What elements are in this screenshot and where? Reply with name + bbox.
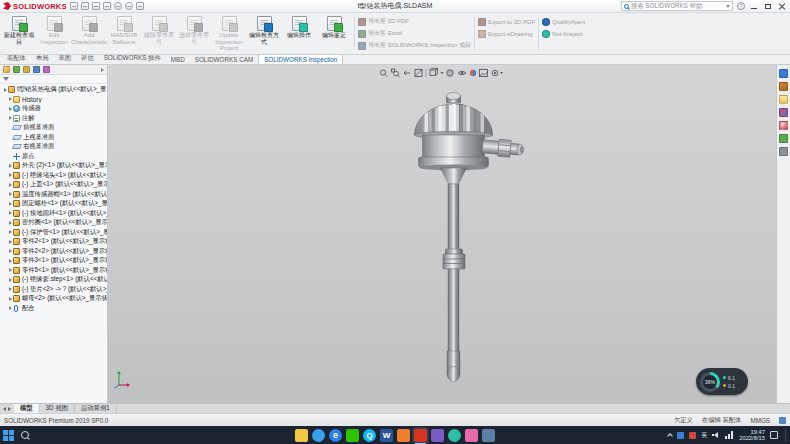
remove-balloons-button[interactable]: 移除零件序号 [142,14,176,53]
network-icon[interactable] [725,431,734,439]
tab-mbd[interactable]: MBD [166,55,190,64]
tree-item-right-plane[interactable]: 右视基准面 [2,142,107,152]
export-edrawing-item[interactable]: Export eDrawing [478,29,535,38]
tag-icon[interactable] [779,417,786,424]
export-excel-item[interactable]: 导出至 Excel [358,29,471,38]
forum-icon[interactable] [779,147,788,156]
volume-icon[interactable] [712,432,720,439]
search-dropdown-icon[interactable] [726,5,730,8]
home-icon[interactable] [779,69,788,78]
edge-icon[interactable] [329,429,342,442]
wechat-icon[interactable] [346,429,359,442]
tree-item-top-plane[interactable]: 上视基准面 [2,133,107,143]
new-document-icon[interactable] [70,2,78,10]
appearances-icon[interactable] [779,121,788,130]
expand-arrow-icon[interactable] [9,97,12,101]
qualityxpert-item[interactable]: QualityXpert [542,17,585,26]
close-icon[interactable] [777,2,787,11]
edit-qualification-button[interactable]: 编辑鉴定 [317,14,351,53]
browser-icon[interactable] [312,429,325,442]
help-search-input[interactable]: 搜索 SOLIDWORKS 帮助 [621,1,733,11]
tree-item-component[interactable]: 零件2<2> (默认<<默认>_显示状态>) [2,247,107,257]
tree-item-history[interactable]: History [2,95,107,105]
design-library-icon[interactable] [779,82,788,91]
app-icon[interactable] [465,429,478,442]
qq-icon[interactable] [363,429,376,442]
solidworks-taskbar-icon[interactable] [414,429,427,442]
tray-app-icon[interactable] [677,432,684,439]
expand-arrow-icon[interactable] [9,164,12,168]
tray-app-icon[interactable] [689,432,696,439]
file-explorer-icon[interactable] [295,429,308,442]
tree-item-component[interactable]: 螺母<2> (默认<<默认>_显示状态>) [2,294,107,304]
dimxpert-manager-icon[interactable] [33,66,40,73]
expand-arrow-icon[interactable] [9,211,12,215]
export-sw-inspection-item[interactable]: 导出至 SOLIDWORKS Inspection 项目 [358,41,471,50]
save-icon[interactable] [92,2,100,10]
model-tab[interactable]: 模型 [14,404,40,413]
graphics-viewport[interactable]: 36% 6.1 0.1 [108,65,776,403]
taskbar-clock[interactable]: 19:47 2022/8/15 [739,429,765,442]
heads-up-toolbar[interactable] [378,67,506,79]
scroll-tabs-left-icon[interactable] [3,407,6,411]
property-manager-icon[interactable] [13,66,20,73]
rebuild-icon[interactable] [125,2,133,10]
tab-inspection[interactable]: SOLIDWORKS Inspection [258,54,343,64]
tree-item-annotations[interactable]: 注解 [2,114,107,124]
notification-center-icon[interactable] [770,431,778,439]
expand-arrow-icon[interactable] [9,259,12,263]
net-inspect-item[interactable]: Net-Inspect [542,29,585,38]
update-inspection-project-button[interactable]: Update Inspection Project [212,14,246,53]
tree-item-mates[interactable]: 配合 [2,304,107,314]
expand-arrow-icon[interactable] [9,107,12,111]
start-button[interactable] [3,430,14,441]
tab-layout[interactable]: 布局 [31,53,54,64]
edit-inspection-method-button[interactable]: 编辑检查方式 [247,14,281,53]
expand-arrow-icon[interactable] [9,287,12,291]
expand-arrow-icon[interactable] [4,88,7,92]
open-document-icon[interactable] [81,2,89,10]
help-icon[interactable]: ? [737,2,745,10]
unit-system[interactable]: MMGS [750,417,770,424]
tab-addins[interactable]: SOLIDWORKS 插件 [99,53,166,64]
panel-expand-icon[interactable] [101,68,104,72]
tray-expand-icon[interactable] [667,433,673,439]
expand-arrow-icon[interactable] [9,306,12,310]
print-icon[interactable] [103,2,111,10]
expand-arrow-icon[interactable] [9,173,12,177]
tree-item-component[interactable]: (-) 上盖<1> (默认<<默认>_显示状态>) [2,180,107,190]
tab-evaluate[interactable]: 评估 [76,53,99,64]
undo-icon[interactable] [114,2,122,10]
expand-arrow-icon[interactable] [9,221,12,225]
tree-item-component[interactable]: 零件3<1> (默认<<默认>_显示状态>) [2,256,107,266]
expand-arrow-icon[interactable] [9,116,12,120]
tree-item-component[interactable]: (-) 垫片<2> -> ? (默认<<默认>_显示状态>) [2,285,107,295]
taskbar-search-icon[interactable] [21,431,29,439]
view-palette-icon[interactable] [779,108,788,117]
3d-model[interactable] [108,65,776,403]
tab-assembly[interactable]: 装配体 [2,53,31,64]
maximize-icon[interactable] [763,2,773,11]
app-icon[interactable] [482,429,495,442]
edit-operation-button[interactable]: 编辑操作 [282,14,316,53]
expand-arrow-icon[interactable] [9,202,12,206]
select-balloons-button[interactable]: 选择零件序号 [177,14,211,53]
tree-item-component[interactable]: (-) 接地圆环<1> (默认<<默认>_显示状态>) [2,209,107,219]
tree-filter-row[interactable] [0,75,107,84]
3d-views-tab[interactable]: 3D 视图 [40,404,75,413]
feature-tree-icon[interactable] [3,66,10,73]
add-characteristic-button[interactable]: Add Characteristic [72,14,106,53]
tree-item-origin[interactable]: 原点 [2,152,107,162]
configuration-manager-icon[interactable] [23,66,30,73]
show-desktop-button[interactable] [785,428,787,442]
app-icon[interactable] [448,429,461,442]
file-explorer-icon[interactable] [779,95,788,104]
tab-sketch[interactable]: 草图 [53,53,76,64]
scroll-tabs-right-icon[interactable] [8,407,11,411]
expand-arrow-icon[interactable] [9,230,12,234]
edit-inspection-button[interactable]: Edit Inspection [37,14,71,53]
tree-item-component[interactable]: (-) 绝缘堵头<1> (默认<<默认>_显示状态>) [2,171,107,181]
tree-item-sensors[interactable]: 传感器 [2,104,107,114]
app-icon[interactable] [431,429,444,442]
expand-arrow-icon[interactable] [9,240,12,244]
